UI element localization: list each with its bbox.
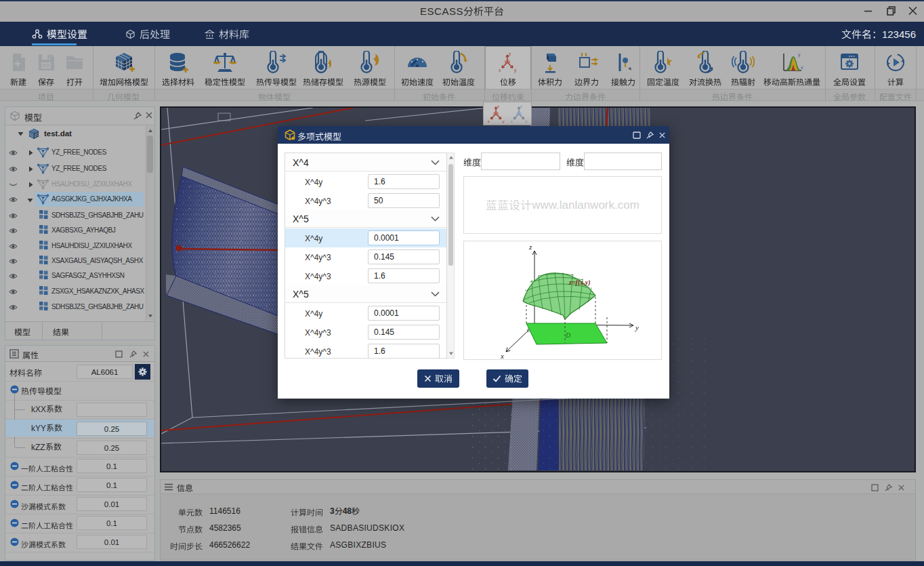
svg-text:z: z [509,52,511,56]
svg-text:z=f(x,y): z=f(x,y) [568,279,591,287]
svg-text:x: x [511,119,513,123]
svg-text:z: z [497,104,499,108]
svg-text:z: z [520,104,522,108]
svg-text:y: y [635,323,639,331]
svg-text:y: y [798,52,801,58]
svg-text:x: x [801,65,803,70]
svg-text:z: z [528,243,532,251]
svg-text:x: x [500,352,504,359]
svg-text:y: y [514,68,517,73]
svg-text:x: x [488,119,490,123]
svg-text:y: y [525,119,528,123]
svg-text:x: x [499,68,501,73]
svg-text:D: D [565,331,571,339]
svg-text:y: y [502,119,505,123]
